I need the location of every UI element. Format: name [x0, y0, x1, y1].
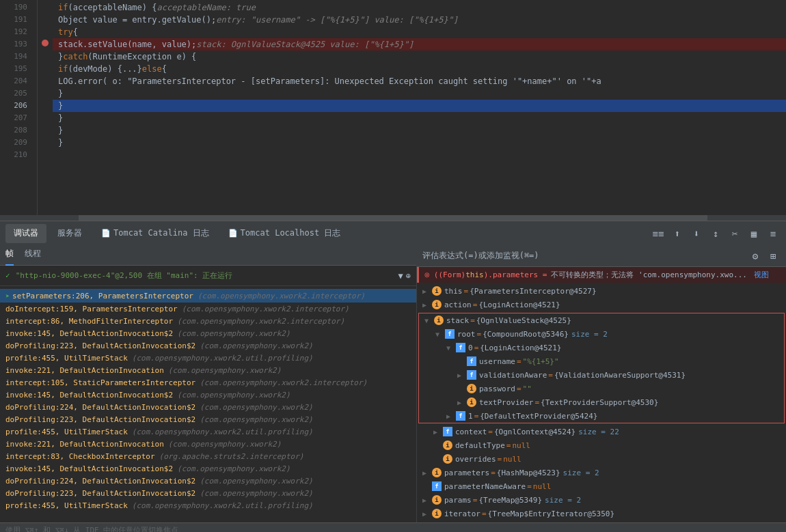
line-num-209: 209: [0, 137, 31, 149]
var-icon-0: f: [456, 343, 465, 352]
filter-icon[interactable]: ▼ ⊕: [398, 271, 411, 281]
stack-item-4[interactable]: doProfiling:223, DefaultActionInvocation…: [0, 339, 416, 352]
line-num-194: 194: [0, 51, 31, 63]
tab-server-label: 服务器: [57, 227, 82, 239]
var-validationaware[interactable]: ▶ f validationAware = {ValidationAwareSu…: [419, 368, 784, 382]
bp-209[interactable]: [38, 135, 53, 148]
sub-tab-threads[interactable]: 线程: [25, 245, 41, 266]
stack-item-6[interactable]: invoke:221, DefaultActionInvocation (com…: [0, 364, 416, 376]
menu-icon[interactable]: ≡: [765, 226, 781, 241]
var-icon-iterator: i: [432, 509, 442, 518]
code-line-190: if (acceptableName) { acceptableName: tr…: [53, 1, 786, 14]
tab-debugger[interactable]: 调试器: [5, 224, 46, 243]
cut-icon[interactable]: ✂: [727, 226, 742, 241]
var-icon-parameters: i: [432, 468, 442, 477]
code-line-195: if (devMode) {...} else {: [53, 63, 786, 75]
view-link[interactable]: 视图: [754, 270, 769, 280]
var-password[interactable]: i password = "": [419, 382, 784, 395]
stack-item-8[interactable]: invoke:145, DefaultActionInvocation$2 (c…: [0, 389, 416, 401]
stack-item-11[interactable]: profile:455, UtilTimerStack (com.opensym…: [0, 425, 416, 438]
var-icon-params: i: [432, 495, 442, 505]
error-circle-icon: ⊗: [424, 270, 430, 280]
editor-scrollbar-thumb[interactable]: [79, 215, 707, 221]
bp-207[interactable]: [38, 111, 53, 123]
code-line-209: }: [53, 137, 786, 149]
stack-item-5[interactable]: profile:455, UtilTimerStack (com.opensym…: [0, 352, 416, 364]
layout-icon[interactable]: ≡≡: [651, 226, 666, 241]
eval-icons: ⚙ ⊞: [748, 249, 781, 264]
var-context[interactable]: ▶ f context = {OgnlContext@4524} size = …: [417, 425, 786, 438]
settings-icon[interactable]: ⚙: [748, 249, 763, 264]
var-overrides[interactable]: i overrides = null: [417, 452, 786, 466]
line-num-210: 210: [0, 149, 31, 161]
sub-tab-frames-label: 帧: [5, 248, 14, 260]
up-icon[interactable]: ⬆: [670, 226, 685, 241]
expand-icon[interactable]: ⊞: [765, 249, 781, 264]
line-num-205: 205: [0, 87, 31, 100]
bp-206[interactable]: [38, 98, 53, 111]
var-stack[interactable]: ▼ i stack = {OgnlValueStack@4525}: [419, 313, 784, 327]
tab-tomcat-localhost[interactable]: 📄 Tomcat Localhost 日志: [220, 224, 349, 243]
stack-item-7[interactable]: intercept:105, StaticParametersIntercept…: [0, 376, 416, 389]
line-num-190: 190: [0, 1, 31, 14]
var-textprovider[interactable]: ▶ i textProvider = {TextProviderSupport@…: [419, 395, 784, 409]
bp-210[interactable]: [38, 148, 53, 160]
var-icon-this: i: [432, 286, 442, 296]
stack-item-13[interactable]: intercept:83, CheckboxInterceptor (org.a…: [0, 450, 416, 462]
line-num-207: 207: [0, 112, 31, 124]
stack-item-10[interactable]: doProfiling:223, DefaultActionInvocation…: [0, 413, 416, 425]
bp-194[interactable]: [38, 49, 53, 61]
bp-190[interactable]: [38, 0, 53, 12]
var-parameters[interactable]: ▶ i parameters = {HashMap@4523} size = 2: [417, 466, 786, 479]
stack-item-12[interactable]: invoke:221, DefaultActionInvocation (com…: [0, 438, 416, 450]
var-action[interactable]: ▶ i action = {LoginAction@4521}: [417, 298, 786, 311]
bp-192[interactable]: [38, 25, 53, 37]
stack-item-2[interactable]: intercept:86, MethodFilterInterceptor (c…: [0, 315, 416, 327]
tab-server[interactable]: 服务器: [49, 224, 90, 243]
thread-check-icon: ✓: [5, 271, 10, 280]
var-tree[interactable]: ▶ i this = {ParametersInterceptor@4527} …: [417, 283, 786, 522]
stack-item-17[interactable]: profile:455, UtilTimerStack (com.opensym…: [0, 499, 416, 512]
bp-205[interactable]: [38, 86, 53, 98]
bottom-area: 调试器 服务器 📄 Tomcat Catalina 日志 📄 Tomcat Lo…: [0, 221, 786, 532]
stack-item-14[interactable]: invoke:145, DefaultActionInvocation$2 (c…: [0, 462, 416, 475]
code-line-193: stack.setValue(name, value); stack: Ognl…: [53, 38, 786, 51]
stack-item-0[interactable]: ➤ setParameters:206, ParametersIntercept…: [0, 289, 416, 303]
var-params[interactable]: ▶ i params = {TreeMap@5349} size = 2: [417, 493, 786, 507]
var-this[interactable]: ▶ i this = {ParametersInterceptor@4527}: [417, 284, 786, 298]
line-num-192: 192: [0, 26, 31, 38]
code-line-204: LOG.error( o: "ParametersInterceptor - […: [53, 75, 786, 87]
bp-191[interactable]: [38, 12, 53, 25]
stack-list[interactable]: ➤ setParameters:206, ParametersIntercept…: [0, 286, 416, 522]
sub-tab-frames[interactable]: 帧: [5, 245, 14, 266]
var-parameternameaware[interactable]: f parameterNameAware = null: [417, 479, 786, 493]
bp-208[interactable]: [38, 123, 53, 135]
stack-item-1[interactable]: doIntercept:159, ParametersInterceptor (…: [0, 303, 416, 315]
down-icon[interactable]: ⬇: [689, 226, 704, 241]
var-root[interactable]: ▼ f root = {CompoundRoot@5346} size = 2: [419, 327, 784, 341]
stack-item-16[interactable]: doProfiling:223, DefaultActionInvocation…: [0, 487, 416, 499]
line-num-191: 191: [0, 14, 31, 26]
var-defaulttype[interactable]: i defaultType = null: [417, 438, 786, 452]
editor-scrollbar-h[interactable]: [0, 215, 786, 221]
stack-highlight-box: ▼ i stack = {OgnlValueStack@4525} ▼ f ro…: [418, 313, 785, 423]
code-line-192: try {: [53, 26, 786, 38]
stack-item-3[interactable]: invoke:145, DefaultActionInvocation$2 (c…: [0, 327, 416, 339]
error-banner: ⊗ ((Form)this).parameters = 不可转换的类型；无法将 …: [417, 267, 786, 283]
stack-item-9[interactable]: doProfiling:224, DefaultActionInvocation…: [0, 401, 416, 413]
var-username[interactable]: f username = "%{1+5}": [419, 354, 784, 368]
bp-195[interactable]: [38, 61, 53, 74]
var-icon-context: f: [443, 427, 452, 436]
tab-tomcat-catalina[interactable]: 📄 Tomcat Catalina 日志: [93, 224, 217, 243]
error-description: 不可转换的类型；无法将 'com.opensymphony.xwo...: [551, 270, 747, 280]
var-iterator[interactable]: ▶ i iterator = {TreeMap$EntryIterator@53…: [417, 507, 786, 520]
grid-icon[interactable]: ▦: [746, 226, 761, 241]
var-1[interactable]: ▶ f 1 = {DefaultTextProvider@5424}: [419, 409, 784, 423]
var-0[interactable]: ▼ f 0 = {LoginAction@4521}: [419, 341, 784, 354]
bp-204[interactable]: [38, 74, 53, 86]
stack-item-15[interactable]: doProfiling:224, DefaultActionInvocation…: [0, 475, 416, 487]
swap-icon[interactable]: ↕: [708, 226, 723, 241]
bp-193[interactable]: [38, 37, 53, 49]
line-numbers: 190 191 192 193 194 195 204 205 206 207 …: [0, 0, 38, 215]
error-expr: ((Form)this).parameters =: [434, 270, 547, 279]
